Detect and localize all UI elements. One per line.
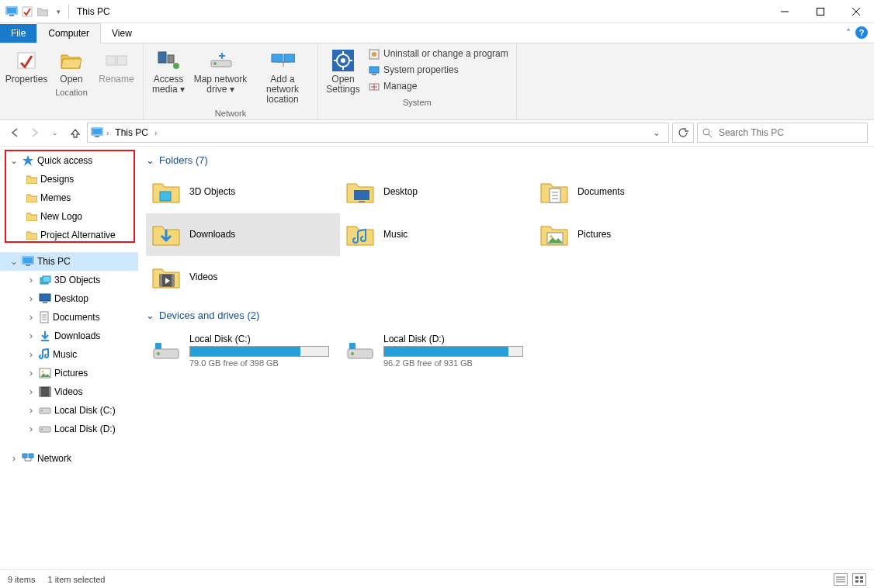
folder-tile[interactable]: 3D Objects bbox=[146, 171, 340, 213]
chevron-down-icon[interactable]: ⌄ bbox=[9, 156, 19, 165]
svg-rect-74 bbox=[160, 275, 162, 286]
chevron-right-icon[interactable]: › bbox=[9, 454, 19, 463]
back-button[interactable] bbox=[6, 124, 23, 141]
folder-tile[interactable]: Videos bbox=[146, 256, 340, 299]
rename-button[interactable]: Rename bbox=[95, 47, 138, 86]
downloads-icon bbox=[151, 219, 182, 250]
add-network-loc-button[interactable]: Add a network location bbox=[252, 47, 313, 107]
search-icon bbox=[702, 128, 713, 138]
maximize-button[interactable] bbox=[803, 0, 838, 23]
tab-file[interactable]: File bbox=[0, 24, 36, 43]
map-drive-button[interactable]: Map network drive ▾ bbox=[190, 47, 251, 96]
usage-bar bbox=[383, 346, 523, 357]
breadcrumb-root[interactable]: This PC bbox=[112, 127, 151, 138]
tree-quick-access[interactable]: ⌄ Quick access bbox=[0, 151, 138, 170]
system-properties-button[interactable]: System properties bbox=[365, 63, 512, 78]
search-input[interactable] bbox=[717, 126, 862, 139]
drive-tile[interactable]: Local Disk (C:)79.0 GB free of 398 GB bbox=[146, 326, 340, 376]
tree-this-pc[interactable]: ⌄ This PC bbox=[0, 252, 138, 271]
manage-button[interactable]: Manage bbox=[365, 79, 512, 95]
folder-tile[interactable]: Documents bbox=[534, 171, 728, 213]
tree-pc-item[interactable]: ›Music bbox=[0, 345, 138, 364]
chevron-right-icon[interactable]: › bbox=[26, 350, 36, 359]
chevron-right-icon[interactable]: › bbox=[26, 406, 36, 415]
tree-quick-item[interactable]: New Logo bbox=[0, 207, 138, 226]
music-icon bbox=[39, 348, 50, 361]
tab-view[interactable]: View bbox=[101, 24, 143, 43]
tab-computer[interactable]: Computer bbox=[36, 23, 101, 43]
group-header-folders[interactable]: ⌄ Folders (7) bbox=[146, 154, 866, 166]
chevron-down-icon[interactable]: ⌄ bbox=[9, 257, 19, 266]
chevron-right-icon[interactable]: › bbox=[26, 294, 36, 303]
settings-gear-icon bbox=[331, 48, 355, 73]
chevron-down-icon[interactable]: ⌄ bbox=[146, 310, 154, 321]
view-details-button[interactable] bbox=[834, 573, 848, 586]
system-properties-icon bbox=[368, 64, 380, 77]
tree-pc-item[interactable]: ›Local Disk (D:) bbox=[0, 420, 138, 438]
folder-tile[interactable]: Desktop bbox=[340, 171, 534, 213]
chevron-right-icon[interactable]: › bbox=[26, 275, 36, 285]
view-large-button[interactable] bbox=[852, 573, 866, 586]
properties-button[interactable]: Properties bbox=[5, 47, 48, 86]
svg-point-80 bbox=[351, 352, 354, 355]
open-settings-button[interactable]: Open Settings bbox=[323, 47, 363, 96]
navigation-pane: ⌄ Quick access DesignsMemesNew LogoProje… bbox=[0, 147, 138, 569]
uninstall-button[interactable]: Uninstall or change a program bbox=[365, 47, 512, 62]
svg-rect-42 bbox=[43, 276, 50, 282]
chevron-right-icon[interactable]: › bbox=[26, 313, 36, 322]
svg-rect-30 bbox=[372, 74, 376, 75]
recent-dropdown[interactable]: ⌄ bbox=[47, 124, 64, 141]
search-box[interactable] bbox=[697, 123, 868, 143]
svg-rect-81 bbox=[349, 343, 355, 349]
folder-icon bbox=[26, 212, 37, 221]
access-media-button[interactable]: Access media ▾ bbox=[148, 47, 189, 96]
thispc-icon[interactable] bbox=[5, 5, 19, 19]
address-dropdown-icon[interactable]: ⌄ bbox=[648, 127, 665, 138]
group-header-drives[interactable]: ⌄ Devices and drives (2) bbox=[146, 310, 866, 321]
folder-tile[interactable]: Pictures bbox=[534, 213, 728, 256]
qat-properties-icon[interactable] bbox=[20, 5, 34, 19]
tree-quick-item[interactable]: Memes bbox=[0, 189, 138, 207]
qat-newfolder-icon[interactable] bbox=[36, 5, 50, 19]
forward-button[interactable] bbox=[26, 124, 43, 141]
chevron-right-icon[interactable]: › bbox=[26, 387, 36, 396]
refresh-button[interactable] bbox=[672, 123, 694, 143]
drive-icon bbox=[345, 338, 376, 363]
svg-rect-2 bbox=[9, 15, 14, 16]
help-icon[interactable]: ? bbox=[855, 26, 868, 39]
thispc-icon bbox=[22, 256, 34, 267]
tree-pc-item[interactable]: ›Desktop bbox=[0, 289, 138, 308]
tree-quick-item[interactable]: Designs bbox=[0, 170, 138, 189]
minimize-button[interactable] bbox=[767, 0, 803, 23]
close-button[interactable] bbox=[838, 0, 874, 23]
collapse-ribbon-icon[interactable]: ˄ bbox=[846, 28, 851, 39]
svg-rect-87 bbox=[855, 580, 858, 583]
tree-pc-item[interactable]: ›Documents bbox=[0, 308, 138, 327]
chevron-right-icon[interactable]: › bbox=[26, 424, 36, 434]
address-bar[interactable]: › This PC › ⌄ bbox=[87, 123, 669, 143]
chevron-down-icon[interactable]: ⌄ bbox=[146, 154, 154, 166]
ribbon: Properties Open Rename Location Access m… bbox=[0, 43, 874, 120]
tree-quick-item[interactable]: Project Alternative bbox=[0, 226, 138, 244]
tree-pc-item[interactable]: ›Downloads bbox=[0, 327, 138, 345]
tree-pc-item[interactable]: ›3D Objects bbox=[0, 271, 138, 289]
tree-pc-item[interactable]: ›Videos bbox=[0, 382, 138, 401]
svg-rect-11 bbox=[158, 52, 166, 63]
open-button[interactable]: Open bbox=[50, 47, 93, 86]
chevron-right-icon[interactable]: › bbox=[26, 368, 36, 378]
svg-point-22 bbox=[341, 58, 345, 63]
qat-dropdown-icon[interactable]: ▾ bbox=[51, 5, 65, 19]
svg-rect-17 bbox=[284, 54, 295, 62]
svg-rect-85 bbox=[855, 576, 858, 579]
tree-pc-item[interactable]: ›Local Disk (C:) bbox=[0, 401, 138, 420]
tree-network[interactable]: › Network bbox=[0, 449, 138, 468]
svg-line-36 bbox=[709, 134, 712, 137]
folder-tile[interactable]: Music bbox=[340, 213, 534, 256]
status-count: 9 items bbox=[8, 575, 35, 584]
chevron-right-icon[interactable]: › bbox=[26, 331, 36, 341]
tree-pc-item[interactable]: ›Pictures bbox=[0, 364, 138, 382]
drive-tile[interactable]: Local Disk (D:)96.2 GB free of 931 GB bbox=[340, 326, 534, 376]
folder-tile[interactable]: Downloads bbox=[146, 213, 340, 256]
up-button[interactable] bbox=[67, 124, 84, 141]
videos-icon bbox=[39, 386, 51, 397]
